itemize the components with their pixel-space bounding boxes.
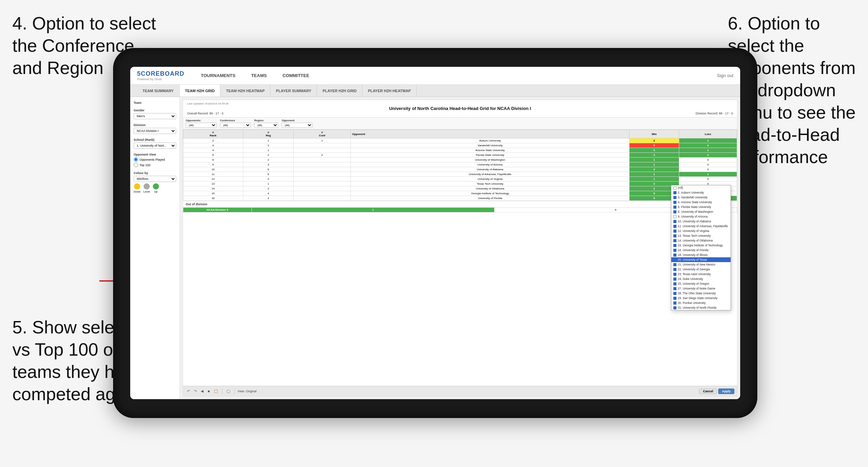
subnav-team-h2h-heatmap[interactable]: TEAM H2H HEATMAP — [220, 85, 270, 97]
region-select[interactable]: (All) — [254, 123, 278, 128]
subnav-team-summary[interactable]: TEAM SUMMARY — [137, 85, 180, 97]
dropdown-item-label: 12. University of Virginia — [678, 229, 709, 233]
division-section: Division NCAA Division I — [134, 123, 176, 134]
dropdown-checkbox[interactable] — [673, 220, 676, 223]
dropdown-item[interactable]: 16. University of Florida — [671, 248, 731, 253]
toolbar-back[interactable]: ◀ — [199, 389, 205, 394]
subnav-team-h2h-grid[interactable]: TEAM H2H GRID — [180, 85, 221, 97]
dropdown-item[interactable]: 2. Auburn University — [671, 190, 731, 195]
dropdown-item[interactable]: 24. Duke University — [671, 276, 731, 281]
dropdown-item[interactable]: 29. San Diego State University — [671, 296, 731, 300]
dropdown-checkbox[interactable] — [673, 297, 676, 300]
cell-loss: 4 — [679, 143, 737, 148]
cell-name: Vanderbilt University — [351, 143, 629, 148]
opponent-select[interactable]: (All) — [282, 123, 313, 128]
dropdown-item[interactable]: 21. University of New Mexico — [671, 262, 731, 267]
dropdown-checkbox[interactable] — [673, 273, 676, 276]
dropdown-item[interactable]: 8. University of Washington — [671, 209, 731, 214]
tablet-screen: 5COREBOARD Powered by cloud TOURNAMENTS … — [130, 67, 740, 399]
dropdown-item[interactable]: 9. University of Arizona — [671, 214, 731, 219]
dropdown-item[interactable]: 25. University of Oregon — [671, 281, 731, 286]
dropdown-checkbox[interactable] — [673, 278, 676, 281]
dropdown-checkbox[interactable] — [673, 258, 676, 261]
division-win: 1 — [252, 208, 494, 212]
dropdown-checkbox[interactable] — [673, 210, 676, 213]
subnav-player-summary[interactable]: PLAYER SUMMARY — [270, 85, 317, 97]
dropdown-item-label: 6. Florida State University — [678, 205, 711, 209]
region-filter: Region (All) — [254, 119, 278, 128]
dropdown-checkbox[interactable] — [673, 191, 676, 194]
toolbar-copy[interactable]: ■ — [206, 389, 211, 394]
dropdown-checkbox[interactable] — [673, 263, 676, 266]
radio-top100[interactable]: Top 100 — [134, 163, 176, 167]
nav-tournaments[interactable]: TOURNAMENTS — [198, 72, 238, 79]
nav-signout[interactable]: Sign out — [717, 73, 733, 78]
dropdown-checkbox[interactable] — [673, 225, 676, 228]
dropdown-item-label: 18. University of Illinois — [678, 253, 708, 257]
cancel-button[interactable]: Cancel — [699, 389, 717, 394]
dropdown-item-label: 16. University of Florida — [678, 248, 708, 252]
dropdown-checkbox[interactable] — [673, 306, 676, 309]
dropdown-item[interactable]: 30. Purdue University — [671, 300, 731, 305]
dropdown-item[interactable]: (All) — [671, 185, 731, 190]
subnav-player-h2h-grid[interactable]: PLAYER H2H GRID — [317, 85, 362, 97]
dropdown-checkbox[interactable] — [673, 186, 676, 189]
dropdown-checkbox[interactable] — [673, 268, 676, 271]
cell-loss: 2 — [679, 153, 737, 158]
team-section: Team — [134, 101, 176, 105]
dropdown-checkbox[interactable] — [673, 244, 676, 247]
dropdown-checkbox[interactable] — [673, 215, 676, 218]
colour-select[interactable]: Win/loss — [134, 176, 176, 182]
dropdown-checkbox[interactable] — [673, 234, 676, 237]
school-select[interactable]: 1. University of Nort... — [134, 143, 176, 149]
division-select[interactable]: NCAA Division I — [134, 128, 176, 134]
cell-win: 5 — [629, 148, 679, 153]
dropdown-item[interactable]: 23. Texas A&M University — [671, 272, 731, 276]
dropdown-item[interactable]: 27. University of Notre Dame — [671, 286, 731, 291]
cell-conf — [294, 172, 351, 177]
dropdown-checkbox[interactable] — [673, 206, 676, 209]
nav-teams[interactable]: TEAMS — [248, 72, 270, 79]
dropdown-item[interactable]: 28. The Ohio State University — [671, 291, 731, 296]
dropdown-item[interactable]: 10. University of Alabama — [671, 219, 731, 224]
dropdown-item-label: 13. Texas Tech University — [678, 234, 711, 237]
dropdown-item[interactable]: 3. Vanderbilt University — [671, 195, 731, 200]
dropdown-item[interactable]: 20. University of Texas — [671, 257, 731, 262]
dropdown-item[interactable]: 4. Arizona State University — [671, 200, 731, 205]
cell-conf — [294, 158, 351, 162]
dropdown-item[interactable]: 13. Texas Tech University — [671, 233, 731, 238]
toolbar-paste[interactable]: 📋 — [212, 389, 219, 394]
dropdown-checkbox[interactable] — [673, 249, 676, 252]
dropdown-checkbox[interactable] — [673, 254, 676, 257]
conference-select[interactable]: (All) — [220, 123, 251, 128]
radio-opponents-played[interactable]: Opponents Played — [134, 157, 176, 162]
dropdown-item[interactable]: 12. University of Virginia — [671, 229, 731, 233]
dropdown-checkbox[interactable] — [673, 282, 676, 285]
dropdown-checkbox[interactable] — [673, 292, 676, 295]
dropdown-checkbox[interactable] — [673, 201, 676, 204]
dropdown-checkbox[interactable] — [673, 230, 676, 233]
dropdown-item[interactable]: 15. Georgia Institute of Technology — [671, 243, 731, 248]
dropdown-checkbox[interactable] — [673, 239, 676, 242]
dropdown-checkbox[interactable] — [673, 287, 676, 290]
dropdown-item[interactable]: 11. University of Arkansas, Fayetteville — [671, 224, 731, 229]
division-name: NCAA Division II — [183, 208, 252, 212]
dropdown-item[interactable]: 31. University of North Florida — [671, 305, 731, 310]
toolbar-clock[interactable]: ◯ — [225, 389, 232, 394]
subnav-player-h2h-heatmap[interactable]: PLAYER H2H HEATMAP — [363, 85, 417, 97]
toolbar-undo[interactable]: ↶ — [186, 389, 191, 394]
apply-button[interactable]: Apply — [718, 389, 734, 394]
dropdown-checkbox[interactable] — [673, 196, 676, 199]
dropdown-checkbox[interactable] — [673, 302, 676, 305]
dropdown-item[interactable]: 6. Florida State University — [671, 205, 731, 209]
dropdown-item[interactable]: 22. University of Georgia — [671, 267, 731, 272]
toolbar-redo[interactable]: ↷ — [193, 389, 198, 394]
cell-reg: 2 — [243, 153, 294, 158]
dropdown-item[interactable]: 18. University of Illinois — [671, 253, 731, 257]
opponents-select[interactable]: (All) — [186, 123, 217, 128]
opponent-dropdown[interactable]: (All)2. Auburn University3. Vanderbilt U… — [671, 185, 731, 310]
dropdown-item[interactable]: 14. University of Oklahoma — [671, 238, 731, 243]
nav-committee[interactable]: COMMITTEE — [280, 72, 312, 79]
gender-select[interactable]: Men's — [134, 113, 176, 119]
cell-rank: 9 — [183, 162, 243, 167]
